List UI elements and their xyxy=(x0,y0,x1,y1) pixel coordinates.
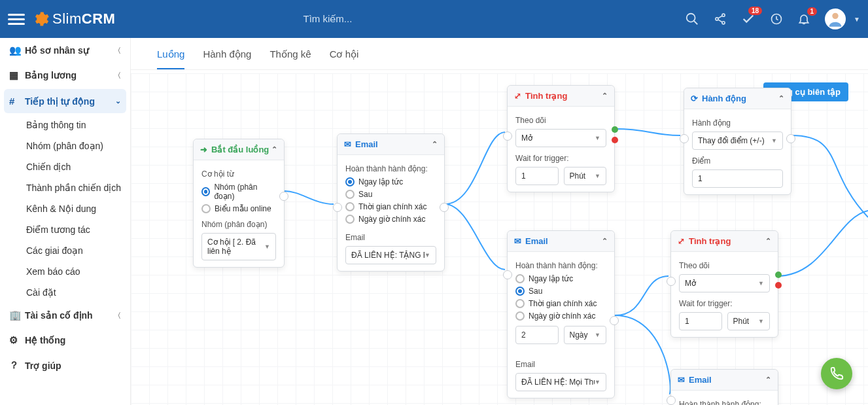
share-icon[interactable] xyxy=(714,12,727,26)
radio-exact-datetime[interactable]: Ngày giờ chính xác xyxy=(515,311,606,321)
radio-exact-datetime[interactable]: Ngày giờ chính xác xyxy=(345,215,436,224)
sidebar-sub-campaign[interactable]: Chiến dịch xyxy=(0,156,130,177)
output-port-fail[interactable] xyxy=(612,137,618,143)
output-port[interactable] xyxy=(440,203,449,212)
field-label: Theo dõi xyxy=(679,261,770,270)
sidebar-item-help[interactable]: ？ Trợ giúp xyxy=(0,353,130,378)
chevron-left-icon: 〈 xyxy=(114,71,121,80)
output-port[interactable] xyxy=(786,134,795,143)
call-fab[interactable] xyxy=(821,358,852,389)
sidebar-item-payroll[interactable]: ▦ Bảng lương 〈 xyxy=(0,63,130,88)
sidebar-sub-touchpoint[interactable]: Điểm tương tác xyxy=(0,219,130,240)
chevron-up-icon[interactable]: ⌃ xyxy=(765,376,771,384)
radio-exact-time[interactable]: Thời gian chính xác xyxy=(345,202,436,211)
sidebar-item-system[interactable]: ⚙ Hệ thống xyxy=(0,328,130,353)
card-header[interactable]: ➜ Bắt đầu luồng ⌃ xyxy=(194,139,284,160)
chevron-up-icon[interactable]: ⌃ xyxy=(602,237,608,245)
output-port-success[interactable] xyxy=(775,272,782,278)
radio-exact-time[interactable]: Thời gian chính xác xyxy=(515,299,606,308)
input-port[interactable] xyxy=(503,270,512,279)
tab-flow[interactable]: Luồng xyxy=(157,48,184,69)
card-start-flow[interactable]: ➜ Bắt đầu luồng ⌃ Cơ hội từ Nhóm (phân đ… xyxy=(193,139,285,268)
sidebar-sub-campaign-component[interactable]: Thành phần chiến dịch xyxy=(0,177,130,198)
sidebar-label: Hệ thống xyxy=(25,335,65,345)
email-template-select[interactable]: ĐÃ LIÊN HỆ: Mọi Thứ Về B▼ xyxy=(515,373,606,391)
output-port[interactable] xyxy=(610,316,619,325)
radio-online-form[interactable]: Biểu mẫu online xyxy=(201,204,276,213)
input-port[interactable] xyxy=(503,132,512,141)
tab-stats[interactable]: Thống kê xyxy=(269,48,311,69)
radio-after[interactable]: Sau xyxy=(515,287,606,296)
card-header[interactable]: ✉ Email ⌃ xyxy=(338,134,444,155)
chevron-up-icon[interactable]: ⌃ xyxy=(765,237,771,245)
radio-now[interactable]: Ngay lập tức xyxy=(345,177,436,186)
input-port[interactable] xyxy=(667,396,676,405)
chevron-up-icon[interactable]: ⌃ xyxy=(602,92,608,100)
follow-select[interactable]: Mở▼ xyxy=(515,129,606,147)
card-header[interactable]: ⟳ Hành động ⌃ xyxy=(684,88,791,109)
wait-unit-select[interactable]: Phút▼ xyxy=(727,312,771,330)
card-body: Cơ hội từ Nhóm (phân đoạn) Biểu mẫu onli… xyxy=(194,160,284,267)
clock-icon[interactable] xyxy=(770,12,783,26)
chevron-up-icon[interactable]: ⌃ xyxy=(271,145,277,154)
output-port-success[interactable] xyxy=(612,126,618,133)
card-email-1[interactable]: ✉ Email ⌃ Hoàn thành hành động: Ngay lập… xyxy=(337,133,445,272)
sidebar-item-hr[interactable]: 👥 Hồ sơ nhân sự 〈 xyxy=(0,38,130,63)
sidebar-sub-settings[interactable]: Cài đặt xyxy=(0,282,130,303)
wait-number-input[interactable]: 1 xyxy=(515,167,559,185)
chevron-up-icon[interactable]: ⌃ xyxy=(432,140,438,149)
card-email-3[interactable]: ✉ Email ⌃ Hoàn thành hành động: xyxy=(670,369,778,405)
wait-unit-select[interactable]: Phút▼ xyxy=(564,167,607,185)
action-select[interactable]: Thay đổi điểm (+/-)▼ xyxy=(692,132,783,150)
chevron-down-icon: ⌄ xyxy=(115,97,121,105)
card-header[interactable]: ✉ Email ⌃ xyxy=(671,370,778,391)
card-header[interactable]: ⤢ Tình trạng ⌃ xyxy=(508,86,614,107)
sidebar-sub-segment[interactable]: Nhóm (phân đoạn) xyxy=(0,135,130,156)
chevron-up-icon[interactable]: ⌃ xyxy=(778,94,784,103)
field-label: Email xyxy=(515,360,606,369)
sidebar-item-assets[interactable]: 🏢 Tài sản cố định 〈 xyxy=(0,303,130,328)
email-template-select[interactable]: ĐÃ LIÊN HỆ: TẶNG EBOOK▼ xyxy=(345,246,436,264)
avatar[interactable] xyxy=(825,9,846,29)
radio-after[interactable]: Sau xyxy=(345,190,436,199)
input-port[interactable] xyxy=(667,277,676,286)
input-port[interactable] xyxy=(680,134,689,143)
point-input[interactable]: 1 xyxy=(692,169,783,188)
sidebar-item-marketing[interactable]: # Tiếp thị tự động ⌄ xyxy=(4,89,126,113)
chevron-left-icon: 〈 xyxy=(114,311,121,321)
radio-now[interactable]: Ngay lập tức xyxy=(515,274,606,283)
follow-select[interactable]: Mở▼ xyxy=(679,274,770,292)
caret-down-icon: ▼ xyxy=(758,280,764,287)
global-search[interactable]: Tìm kiếm... xyxy=(304,13,565,25)
card-body: Hoàn thành hành động: xyxy=(671,391,778,405)
output-port[interactable] xyxy=(279,192,288,201)
wait-number-input[interactable]: 1 xyxy=(679,312,722,330)
card-status-1[interactable]: ⤢ Tình trạng ⌃ Theo dõi Mở▼ Wait for tri… xyxy=(507,85,615,192)
card-email-2[interactable]: ✉ Email ⌃ Hoàn thành hành động: Ngay lập… xyxy=(507,230,615,398)
output-port-fail[interactable] xyxy=(775,282,782,289)
check-icon[interactable]: 18 xyxy=(741,12,755,26)
bell-icon[interactable]: 1 xyxy=(797,12,810,26)
sidebar-sub-stages[interactable]: Các giai đoạn xyxy=(0,240,130,261)
search-icon[interactable] xyxy=(685,12,699,26)
card-status-2[interactable]: ⤢ Tình trạng ⌃ Theo dõi Mở▼ Wait for tri… xyxy=(670,230,778,338)
sidebar-sub-dashboard[interactable]: Bảng thông tin xyxy=(0,114,130,135)
brand-logo[interactable]: SlimCRM xyxy=(52,10,115,27)
segment-select[interactable]: Cơ hội [ 2. Đã liên hệ▼ xyxy=(201,233,276,260)
card-header[interactable]: ⤢ Tình trạng ⌃ xyxy=(671,231,778,252)
sidebar-sub-channel[interactable]: Kênh & Nội dung xyxy=(0,198,130,219)
card-header[interactable]: ✉ Email ⌃ xyxy=(508,231,614,252)
delay-number-input[interactable]: 2 xyxy=(515,326,559,344)
delay-unit-select[interactable]: Ngày▼ xyxy=(564,326,607,344)
mail-icon: ✉ xyxy=(344,139,351,149)
sidebar-sub-report[interactable]: Xem báo cáo xyxy=(0,261,130,282)
tab-action[interactable]: Hành động xyxy=(203,48,251,69)
svg-line-1 xyxy=(694,21,698,25)
tab-opportunity[interactable]: Cơ hội xyxy=(330,48,359,69)
radio-segment[interactable]: Nhóm (phân đoạn) xyxy=(201,183,276,201)
menu-toggle-icon[interactable] xyxy=(8,11,25,27)
input-port[interactable] xyxy=(333,203,342,212)
profile-caret-icon[interactable]: ▼ xyxy=(854,16,860,23)
card-action[interactable]: ⟳ Hành động ⌃ Hành động Thay đổi điểm (+… xyxy=(684,88,791,195)
flow-canvas[interactable]: Công cụ biên tập ➜ Bắt đầu luồng ⌃ Cơ hộ… xyxy=(131,73,868,405)
